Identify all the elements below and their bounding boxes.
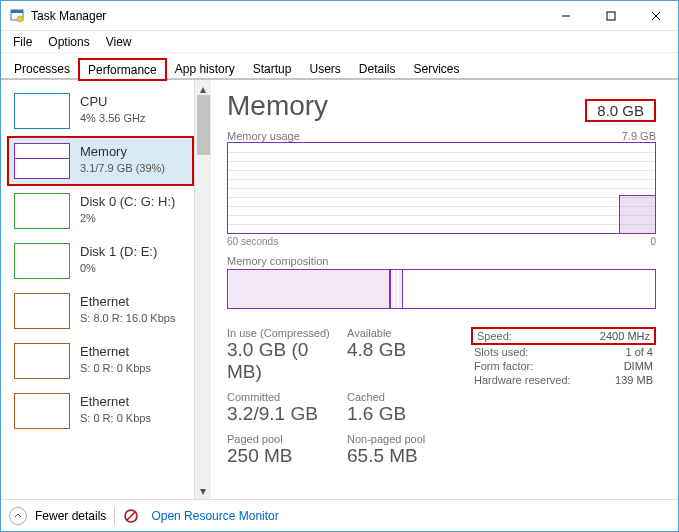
window-controls <box>543 1 678 30</box>
fewer-details-link[interactable]: Fewer details <box>35 509 106 523</box>
sidebar-item-label: Disk 1 (D: E:) <box>80 243 157 261</box>
available-label: Available <box>347 327 457 339</box>
sidebar-item-label: Disk 0 (C: G: H:) <box>80 193 175 211</box>
maximize-button[interactable] <box>588 1 633 30</box>
menu-view[interactable]: View <box>98 33 140 51</box>
reserved-label: Hardware reserved: <box>471 373 586 387</box>
sidebar-item-label: Ethernet <box>80 293 175 311</box>
sidebar: CPU 4% 3.56 GHz Memory 3.1/7.9 GB (39%) … <box>1 80 194 499</box>
sidebar-item-label: Ethernet <box>80 343 151 361</box>
sidebar-item-sub: 3.1/7.9 GB (39%) <box>80 161 165 176</box>
tab-processes[interactable]: Processes <box>5 58 79 79</box>
committed-label: Committed <box>227 391 347 403</box>
available-value: 4.8 GB <box>347 339 457 361</box>
page-title: Memory <box>227 90 328 122</box>
disk-thumb-icon <box>14 193 70 229</box>
menubar: File Options View <box>1 31 678 53</box>
sidebar-item-ethernet-3[interactable]: Ethernet S: 0 R: 0 Kbps <box>7 386 194 436</box>
svg-line-8 <box>127 512 135 520</box>
memory-stats-left: In use (Compressed) 3.0 GB (0 MB) Availa… <box>227 327 457 473</box>
sidebar-item-label: Memory <box>80 143 165 161</box>
sidebar-item-label: Ethernet <box>80 393 151 411</box>
sidebar-item-sub: 0% <box>80 261 157 276</box>
tab-app-history[interactable]: App history <box>166 58 244 79</box>
tab-performance[interactable]: Performance <box>79 59 166 80</box>
ethernet-thumb-icon <box>14 293 70 329</box>
minimize-button[interactable] <box>543 1 588 30</box>
open-resource-monitor-link[interactable]: Open Resource Monitor <box>151 509 278 523</box>
sidebar-item-sub: S: 0 R: 0 Kbps <box>80 411 151 426</box>
tab-startup[interactable]: Startup <box>244 58 301 79</box>
speed-label: Speed: <box>474 329 583 343</box>
tab-users[interactable]: Users <box>300 58 349 79</box>
axis-right: 0 <box>650 236 656 247</box>
window-title: Task Manager <box>31 9 543 23</box>
scroll-up-icon[interactable]: ▴ <box>197 82 210 95</box>
paged-value: 250 MB <box>227 445 347 467</box>
ethernet-thumb-icon <box>14 393 70 429</box>
body: CPU 4% 3.56 GHz Memory 3.1/7.9 GB (39%) … <box>1 79 678 499</box>
usage-max: 7.9 GB <box>622 130 656 142</box>
svg-rect-1 <box>11 10 23 13</box>
slots-value: 1 of 4 <box>586 345 656 359</box>
sidebar-item-sub: S: 0 R: 0 Kbps <box>80 361 151 376</box>
slots-label: Slots used: <box>471 345 586 359</box>
scroll-thumb[interactable] <box>197 95 210 155</box>
sidebar-item-disk0[interactable]: Disk 0 (C: G: H:) 2% <box>7 186 194 236</box>
sidebar-item-label: CPU <box>80 93 145 111</box>
sidebar-wrap: CPU 4% 3.56 GHz Memory 3.1/7.9 GB (39%) … <box>1 80 211 499</box>
app-icon <box>9 8 25 24</box>
sidebar-item-cpu[interactable]: CPU 4% 3.56 GHz <box>7 86 194 136</box>
committed-value: 3.2/9.1 GB <box>227 403 347 425</box>
ethernet-thumb-icon <box>14 343 70 379</box>
main-pane: Memory 8.0 GB Memory usage 7.9 GB 60 sec… <box>211 80 678 499</box>
tabbar: Processes Performance App history Startu… <box>1 53 678 79</box>
scroll-down-icon[interactable]: ▾ <box>197 484 210 497</box>
reserved-value: 139 MB <box>586 373 656 387</box>
tab-services[interactable]: Services <box>405 58 469 79</box>
titlebar: Task Manager <box>1 1 678 31</box>
inuse-label: In use (Compressed) <box>227 327 347 339</box>
disk-thumb-icon <box>14 243 70 279</box>
svg-rect-4 <box>607 12 615 20</box>
speed-value: 2400 MHz <box>583 329 653 343</box>
collapse-icon[interactable] <box>9 507 27 525</box>
cached-label: Cached <box>347 391 457 403</box>
memory-total: 8.0 GB <box>585 99 656 122</box>
cpu-thumb-icon <box>14 93 70 129</box>
sidebar-item-memory[interactable]: Memory 3.1/7.9 GB (39%) <box>7 136 194 186</box>
memory-info-right: Speed: 2400 MHz Slots used: 1 of 4 Form … <box>471 327 656 473</box>
usage-label: Memory usage <box>227 130 300 142</box>
memory-usage-graph <box>227 142 656 234</box>
statusbar: Fewer details Open Resource Monitor <box>1 499 678 531</box>
close-button[interactable] <box>633 1 678 30</box>
task-manager-window: Task Manager File Options View Processes… <box>0 0 679 532</box>
memory-composition-bar <box>227 269 656 309</box>
svg-point-2 <box>17 16 23 22</box>
cached-value: 1.6 GB <box>347 403 457 425</box>
form-value: DIMM <box>586 359 656 373</box>
menu-options[interactable]: Options <box>40 33 97 51</box>
composition-label: Memory composition <box>227 255 328 267</box>
menu-file[interactable]: File <box>5 33 40 51</box>
sidebar-item-sub: 4% 3.56 GHz <box>80 111 145 126</box>
form-label: Form factor: <box>471 359 586 373</box>
paged-label: Paged pool <box>227 433 347 445</box>
sidebar-item-sub: 2% <box>80 211 175 226</box>
memory-thumb-icon <box>14 143 70 179</box>
resource-monitor-icon <box>123 508 139 524</box>
sidebar-scrollbar[interactable]: ▴ ▾ <box>194 80 211 499</box>
sidebar-item-ethernet-2[interactable]: Ethernet S: 0 R: 0 Kbps <box>7 336 194 386</box>
inuse-value: 3.0 GB (0 MB) <box>227 339 347 383</box>
sidebar-item-ethernet-1[interactable]: Ethernet S: 8.0 R: 16.0 Kbps <box>7 286 194 336</box>
sidebar-item-disk1[interactable]: Disk 1 (D: E:) 0% <box>7 236 194 286</box>
nonpaged-value: 65.5 MB <box>347 445 457 467</box>
tab-details[interactable]: Details <box>350 58 405 79</box>
separator <box>114 507 115 525</box>
axis-left: 60 seconds <box>227 236 278 247</box>
sidebar-item-sub: S: 8.0 R: 16.0 Kbps <box>80 311 175 326</box>
nonpaged-label: Non-paged pool <box>347 433 457 445</box>
